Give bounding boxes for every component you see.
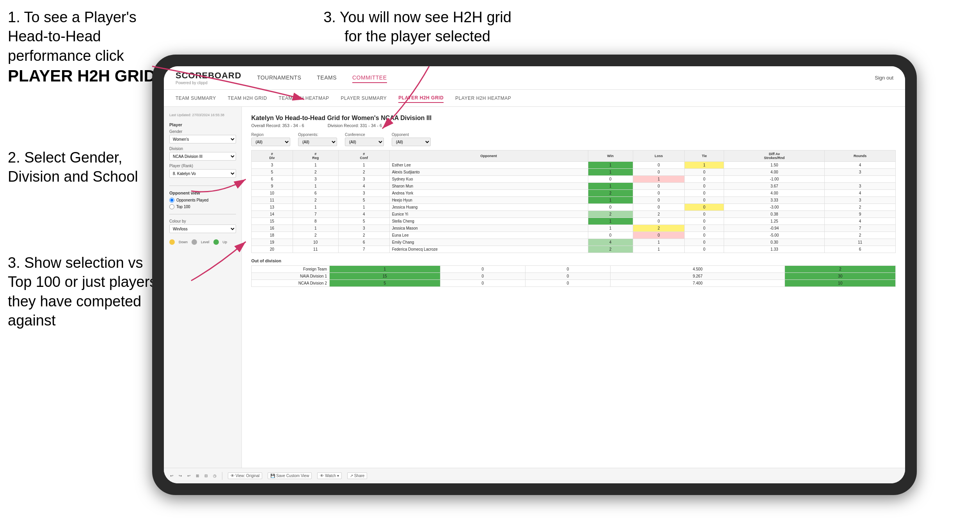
cell-opponent: Federica Domecq Lacroze (389, 246, 588, 253)
sub-nav-player-h2h-heatmap[interactable]: PLAYER H2H HEATMAP (455, 94, 511, 103)
cell-tie: 0 (685, 225, 724, 232)
cell-rounds: 11 (825, 239, 896, 246)
cell-tie: 0 (685, 197, 724, 204)
instruction-top-left: 1. To see a Player's Head-to-Head perfor… (8, 8, 172, 87)
cell-reg: 6 (293, 190, 338, 197)
cell-opponent: Sharon Mun (389, 183, 588, 190)
toolbar-save-custom[interactable]: 💾 Save Custom View (268, 472, 312, 479)
content-area: Katelyn Vo Head-to-Head Grid for Women's… (242, 107, 905, 483)
cell-div: 5 (252, 169, 293, 176)
filter-region-select[interactable]: (All) (251, 138, 290, 146)
cell-diff: 0.30 (724, 239, 825, 246)
cell-tie: 0 (685, 218, 724, 225)
cell-win: 2 (588, 190, 633, 197)
colour-legend: Down Level Up (169, 239, 236, 245)
cell-diff: -1.00 (724, 176, 825, 183)
nav-item-teams[interactable]: TEAMS (317, 73, 337, 83)
cell-loss: 2 (633, 211, 685, 218)
cell-div: 3 (252, 162, 293, 169)
nav-item-tournaments[interactable]: TOURNAMENTS (257, 73, 301, 83)
cell-win: 1 (588, 225, 633, 232)
cell-div: 19 (252, 239, 293, 246)
sidebar-player-rank-label: Player (Rank) (169, 164, 236, 168)
cell-tie: 0 (685, 169, 724, 176)
cell-loss: 0 (633, 190, 685, 197)
table-row: 13 1 1 Jessica Huang 0 0 0 -3.00 2 (252, 204, 896, 211)
th-opponent: Opponent (389, 150, 588, 162)
sidebar-colour-by-select[interactable]: Win/loss (169, 225, 236, 233)
sub-nav: TEAM SUMMARY TEAM H2H GRID TEAM H2H HEAT… (164, 90, 905, 107)
toolbar-view-original[interactable]: 👁 View: Original (242, 472, 262, 479)
main-table: #Div #Reg #Conf Opponent Win Loss Tie Di… (251, 150, 896, 253)
radio-top-100[interactable]: Top 100 (169, 204, 236, 209)
table-row: 16 1 3 Jessica Mason 1 2 0 -0.94 7 (252, 225, 896, 232)
sub-nav-player-h2h-grid[interactable]: PLAYER H2H GRID (398, 94, 444, 103)
cell-reg: 10 (293, 239, 338, 246)
toolbar-share[interactable]: ↗ Share (347, 472, 367, 479)
cell-win: 1 (588, 183, 633, 190)
cell-rounds: 4 (825, 218, 896, 225)
out-of-division-table: Foreign Team 1 0 0 4.500 2 NAIA Division… (251, 265, 896, 287)
cell-opponent: Heejo Hyun (389, 197, 588, 204)
ood-win: 1 (330, 266, 440, 273)
sub-nav-team-h2h-grid[interactable]: TEAM H2H GRID (228, 94, 267, 103)
filter-region-label: Region (251, 133, 290, 137)
cell-opponent: Eunice Yi (389, 211, 588, 218)
ood-label: NCAA Division 2 (252, 280, 330, 287)
cell-rounds: 9 (825, 211, 896, 218)
bottom-toolbar: ↩ ↪ ↩ ⊞ ⊟ ◷ 👁 View: Original 💾 Save Cust… (242, 468, 905, 483)
cell-loss: 2 (633, 225, 685, 232)
cell-rounds: 4 (825, 190, 896, 197)
legend-down-label: Down (179, 240, 188, 244)
table-row: 20 11 7 Federica Domecq Lacroze 2 1 0 1.… (252, 246, 896, 253)
filter-opponents-group: Opponents: (All) (298, 133, 337, 146)
cell-div: 18 (252, 232, 293, 239)
cell-tie: 0 (685, 183, 724, 190)
sub-nav-team-summary[interactable]: TEAM SUMMARY (176, 94, 216, 103)
cell-reg: 1 (293, 162, 338, 169)
main-content: Last Updated: 27/03/2024 16:55:38 Player… (164, 107, 905, 483)
cell-loss: 0 (633, 204, 685, 211)
sign-out[interactable]: Sign out (875, 75, 893, 81)
ood-table-row: NAIA Division 1 15 0 0 9.267 30 (252, 273, 896, 280)
cell-tie: 0 (685, 190, 724, 197)
cell-diff: 1.33 (724, 246, 825, 253)
instruction-top-right: 3. You will now see H2H grid for the pla… (320, 8, 515, 46)
ood-rounds: 2 (785, 266, 896, 273)
filter-opponent-select[interactable]: (All) (392, 138, 431, 146)
ood-tie: 0 (525, 266, 610, 273)
filter-conference-select[interactable]: (All) (345, 138, 384, 146)
th-conf: #Conf (338, 150, 389, 162)
toolbar-watch[interactable]: 👁 Watch ▾ (317, 472, 342, 479)
cell-rounds (825, 176, 896, 183)
cell-opponent: Stella Cheng (389, 218, 588, 225)
table-row: 10 6 3 Andrea York 2 0 0 4.00 4 (252, 190, 896, 197)
colour-dot-up (213, 239, 219, 245)
cell-conf: 5 (338, 197, 389, 204)
cell-rounds: 4 (825, 162, 896, 169)
cell-diff: 3.33 (724, 197, 825, 204)
ood-table-row: Foreign Team 1 0 0 4.500 2 (252, 266, 896, 273)
sidebar-gender-select[interactable]: Women's Men's (169, 135, 236, 143)
cell-loss: 0 (633, 218, 685, 225)
cell-opponent: Sydney Kuo (389, 176, 588, 183)
filter-opponents-select[interactable]: (All) (298, 138, 337, 146)
sub-nav-team-h2h-heatmap[interactable]: TEAM H2H HEATMAP (279, 94, 329, 103)
cell-div: 16 (252, 225, 293, 232)
radio-opponents-played[interactable]: Opponents Played (169, 198, 236, 203)
ood-label: NAIA Division 1 (252, 273, 330, 280)
sidebar-division-select[interactable]: NCAA Division III NCAA Division I NCAA D… (169, 152, 236, 161)
cell-conf: 1 (338, 162, 389, 169)
table-row: 6 3 3 Sydney Kuo 0 1 0 -1.00 (252, 176, 896, 183)
cell-conf: 2 (338, 232, 389, 239)
cell-rounds: 2 (825, 204, 896, 211)
sidebar-player-rank-select[interactable]: 8. Katelyn Vo (169, 169, 236, 178)
cell-reg: 8 (293, 218, 338, 225)
legend-up-label: Up (223, 240, 227, 244)
ood-label: Foreign Team (252, 266, 330, 273)
table-row: 14 7 4 Eunice Yi 2 2 0 0.38 9 (252, 211, 896, 218)
sub-nav-player-summary[interactable]: PLAYER SUMMARY (341, 94, 387, 103)
cell-loss: 0 (633, 232, 685, 239)
nav-item-committee[interactable]: COMMITTEE (352, 73, 387, 83)
cell-conf: 3 (338, 225, 389, 232)
